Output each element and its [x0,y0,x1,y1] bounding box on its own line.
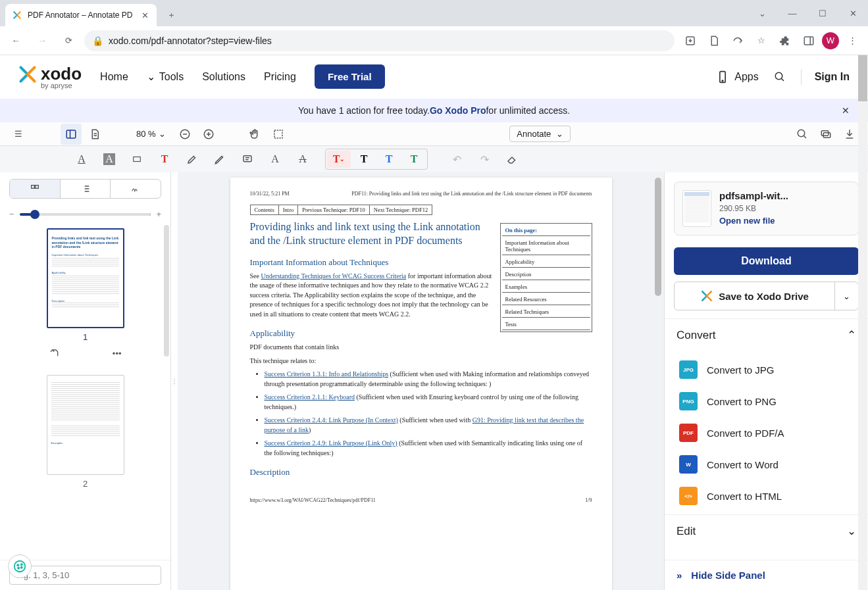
promo-link[interactable]: Go Xodo Pro [430,105,486,116]
extensions-icon[interactable] [775,30,796,51]
sign-in-link[interactable]: Sign In [815,71,850,83]
tool-note-icon[interactable] [234,149,261,169]
plus-icon[interactable]: + [156,209,161,219]
svg-point-36 [18,568,19,569]
view-mode-icon[interactable] [84,124,105,145]
hide-side-panel-button[interactable]: » Hide Side Panel [665,560,868,590]
nav-solutions[interactable]: Solutions [202,71,245,83]
viewer-scrollbar[interactable] [655,178,661,296]
browser-tab[interactable]: PDF Annotator – Annotate PD ✕ [5,4,157,26]
tool-highlighter-icon[interactable] [179,149,205,169]
nav-cell[interactable]: Contents [250,205,278,215]
share-icon[interactable] [727,30,748,51]
doc-link[interactable]: Success Criterion 2.4.9: Link Purpose (L… [265,439,397,447]
convert-to-html[interactable]: </>Convert to HTML [665,480,868,512]
zoom-in-icon[interactable] [198,124,219,145]
file-icon[interactable] [703,30,725,51]
nav-cell[interactable]: Previous Technique: PDF10 [298,205,370,215]
thumbnail-page-1[interactable]: Providing links and link text using the … [47,228,124,328]
tab-close-icon[interactable]: ✕ [140,10,150,20]
bookmark-star-icon[interactable]: ☆ [751,30,772,51]
nav-cell[interactable]: Next Technique: PDF12 [369,205,432,215]
tool-underline-icon[interactable]: A [68,149,95,169]
nav-back-icon[interactable]: ← [5,30,26,51]
tab-signatures-icon[interactable] [110,180,161,198]
page-scrollbar[interactable] [858,55,867,590]
tool-text-icon[interactable]: T [151,149,178,169]
minus-icon[interactable]: − [9,209,14,219]
document-viewer[interactable]: 10/31/22, 5:21 PM PDF11: Providing links… [178,172,664,590]
panel-splitter[interactable]: ⋮ [171,172,178,590]
tab-thumbnails-icon[interactable] [10,180,60,198]
comments-icon[interactable] [815,124,836,145]
doc-link[interactable]: Understanding Techniques for WCAG Succes… [261,272,406,280]
search-icon[interactable] [772,69,788,85]
file-size: 290.95 KB [719,204,850,213]
color-red[interactable]: T ⌄ [327,151,351,168]
nav-reload-icon[interactable]: ⟳ [58,30,79,51]
tab-outline-icon[interactable] [60,180,111,198]
window-dropdown-icon[interactable]: ⌄ [747,0,777,26]
apps-link[interactable]: Apps [715,69,758,85]
sidepanel-icon[interactable] [798,30,819,51]
nav-home[interactable]: Home [100,71,128,83]
cookie-settings-icon[interactable] [8,554,32,578]
install-app-icon[interactable] [680,30,701,51]
select-icon[interactable] [268,124,289,145]
redo-icon[interactable]: ↷ [471,149,498,169]
save-to-drive-button[interactable]: Save to Xodo Drive ⌄ [674,282,859,310]
free-trial-button[interactable]: Free Trial [315,64,385,89]
nav-tools[interactable]: ⌄Tools [147,70,184,83]
rotate-page-icon[interactable] [47,346,63,362]
doc-link[interactable]: Success Criterion 2.1.1: Keyboard [265,393,355,401]
search-in-doc-icon[interactable] [792,124,813,145]
thumbnail-size-slider[interactable]: − + [0,205,170,223]
convert-to-jpg[interactable]: JPGConvert to JPG [665,354,868,385]
color-blue[interactable]: T [377,151,401,168]
convert-to-word[interactable]: WConvert to Word [665,449,868,480]
tool-pen-icon[interactable] [207,149,233,169]
window-minimize-icon[interactable]: ― [777,0,807,26]
page-range-input[interactable] [9,566,161,585]
download-icon[interactable] [839,124,860,145]
tool-highlight-box-icon[interactable]: A [96,149,122,169]
url-input[interactable]: 🔒 xodo.com/pdf-annotator?step=view-files [84,30,675,51]
menu-icon[interactable]: ☰ [8,124,29,145]
tool-rectangle-icon[interactable] [124,149,150,169]
thumbnail-page-2[interactable]: Examples [47,375,124,475]
browser-menu-icon[interactable]: ⋮ [842,30,863,51]
doc-link[interactable]: Success Criterion 2.4.4: Link Purpose (I… [265,416,398,424]
window-close-icon[interactable]: ✕ [838,0,868,26]
profile-avatar[interactable]: W [822,32,839,49]
save-dropdown-icon[interactable]: ⌄ [834,282,858,310]
color-green[interactable]: T [402,151,426,168]
download-button[interactable]: Download [674,247,859,275]
promo-close-icon[interactable]: ✕ [842,105,850,116]
panel-toggle-icon[interactable] [61,124,82,145]
nav-cell[interactable]: Intro [278,205,298,215]
phone-icon [715,69,730,85]
zoom-out-icon[interactable] [174,124,195,145]
convert-to-png[interactable]: PNGConvert to PNG [665,385,868,417]
zoom-select[interactable]: 80 % ⌄ [130,126,172,142]
mode-select[interactable]: Annotate⌄ [509,126,571,142]
tool-squiggly-icon[interactable]: A [262,149,288,169]
left-scrollbar[interactable] [164,225,169,356]
logo[interactable]: xodo by apryse [18,64,82,89]
more-actions-icon[interactable]: ••• [110,346,124,362]
section-edit-header[interactable]: Edit ⌄ [665,514,868,547]
new-tab-button[interactable]: ＋ [162,6,180,24]
section-convert-header[interactable]: Convert ⌃ [665,318,868,351]
convert-to-pdfa[interactable]: PDFConvert to PDF/A [665,417,868,449]
undo-icon[interactable]: ↶ [444,149,470,169]
open-new-file-link[interactable]: Open new file [719,216,850,226]
color-black[interactable]: T [352,151,376,168]
tool-strikeout-icon[interactable]: A [290,149,316,169]
page-footer-right: 1/9 [585,497,592,503]
main-area: − + Providing links and link text using … [0,172,868,590]
doc-link[interactable]: Success Criterion 1.3.1: Info and Relati… [265,370,389,378]
window-maximize-icon[interactable]: ☐ [807,0,838,26]
nav-pricing[interactable]: Pricing [264,71,296,83]
pan-hand-icon[interactable] [244,124,265,145]
eraser-icon[interactable] [499,149,525,169]
